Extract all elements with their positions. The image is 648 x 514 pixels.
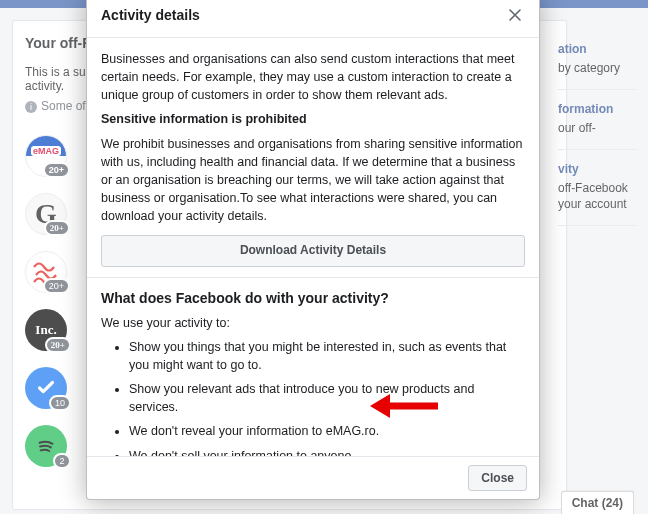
activity-details-modal: Activity details Businesses and organisa… [86,0,540,500]
bullet-item: Show you things that you might be intere… [129,338,525,374]
modal-paragraph: We prohibit businesses and organisations… [101,135,525,226]
modal-subhead: Sensitive information is prohibited [101,110,525,128]
download-activity-button[interactable]: Download Activity Details [101,235,525,266]
modal-title: Activity details [101,7,505,23]
bullet-item: We don't sell your information to anyone… [129,447,525,456]
modal-text: We use your activity to: [101,314,525,332]
close-button[interactable]: Close [468,465,527,491]
modal-heading: What does Facebook do with your activity… [101,288,525,308]
modal-paragraph: Businesses and organisations can also se… [101,50,525,104]
close-icon[interactable] [505,5,525,25]
bullet-item: Show you relevant ads that introduce you… [129,380,525,416]
bullet-item: We don't reveal your information to eMAG… [129,422,525,440]
